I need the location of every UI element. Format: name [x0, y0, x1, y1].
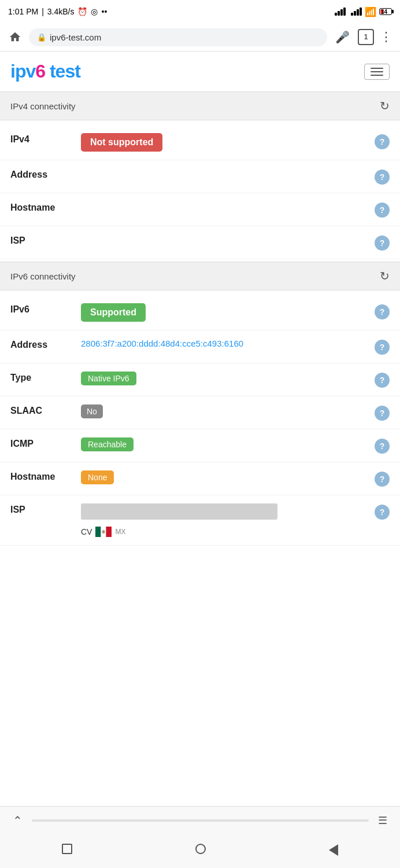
- ipv6-hostname-value: None: [81, 470, 368, 484]
- ipv6-type-row: Type Native IPv6 ?: [0, 363, 400, 396]
- back-nav-button[interactable]: [317, 842, 350, 858]
- site-logo: ipv6 test: [10, 61, 80, 82]
- bar4: [343, 8, 346, 16]
- alarm-icon: ⏰: [77, 7, 87, 16]
- ipv4-isp-help-icon[interactable]: ?: [375, 236, 390, 251]
- ipv6-refresh-button[interactable]: ↻: [380, 269, 390, 283]
- ipv4-refresh-button[interactable]: ↻: [380, 99, 390, 113]
- back-triangle-icon: [329, 844, 338, 856]
- ipv6-icmp-value: Reachable: [81, 437, 368, 451]
- none-badge: None: [81, 470, 114, 484]
- not-supported-badge: Not supported: [81, 133, 162, 152]
- ipv4-section-header: IPv4 connectivity ↻: [0, 91, 400, 120]
- url-bar[interactable]: 🔒 ipv6-test.com: [29, 28, 327, 46]
- slaac-no-badge: No: [81, 404, 103, 418]
- dots-icon: ••: [101, 7, 107, 16]
- ipv4-value: Not supported: [81, 133, 368, 152]
- ipv6-help-icon[interactable]: ?: [375, 304, 390, 319]
- ipv6-label: IPv6: [10, 303, 74, 315]
- ipv6-status-row: IPv6 Supported ?: [0, 295, 400, 330]
- ipv6-isp-value: CV MX: [81, 503, 368, 537]
- isp-flag-row: CV MX: [81, 527, 125, 537]
- ipv6-section-header: IPv6 connectivity ↻: [0, 262, 400, 290]
- ipv4-hostname-help-icon[interactable]: ?: [375, 203, 390, 218]
- ipv6-address-text: 2806:3f7:a200:dddd:48d4:cce5:c493:6160: [81, 339, 243, 348]
- ipv6-hostname-help-icon[interactable]: ?: [375, 472, 390, 487]
- status-bar: 1:01 PM | 3.4kB/s ⏰ ◎ •• 📶 14: [0, 0, 400, 23]
- ipv4-info-section: IPv4 Not supported ? Address ? Hostname …: [0, 120, 400, 262]
- network-speed-text: 3.4kB/s: [47, 7, 75, 16]
- time-text: 1:01 PM: [8, 7, 38, 16]
- ipv6-slaac-help-icon[interactable]: ?: [375, 406, 390, 421]
- ipv6-section-title: IPv6 connectivity: [10, 271, 76, 281]
- tab-count: 1: [364, 33, 368, 41]
- ipv6-info-section: IPv6 Supported ? Address 2806:3f7:a200:d…: [0, 290, 400, 548]
- site-header: ipv6 test: [0, 52, 400, 91]
- whatsapp-icon: ◎: [91, 7, 98, 16]
- ipv6-isp-help-icon[interactable]: ?: [375, 505, 390, 520]
- url-text: ipv6-test.com: [50, 32, 101, 42]
- hamburger-menu-button[interactable]: [364, 64, 390, 80]
- ipv6-type-value: Native IPv6: [81, 372, 368, 385]
- ipv6-slaac-label: SLAAC: [10, 404, 74, 416]
- home-button[interactable]: [7, 29, 23, 45]
- ham-line-2: [371, 71, 383, 72]
- ipv6-type-help-icon[interactable]: ?: [375, 373, 390, 388]
- square-icon: [62, 844, 72, 854]
- ipv6-address-value: 2806:3f7:a200:dddd:48d4:cce5:c493:6160: [81, 339, 368, 348]
- ipv6-hostname-row: Hostname None ?: [0, 462, 400, 495]
- ipv6-address-row: Address 2806:3f7:a200:dddd:48d4:cce5:c49…: [0, 330, 400, 363]
- recent-apps-button[interactable]: [50, 840, 84, 860]
- ipv4-isp-label: ISP: [10, 234, 74, 246]
- circle-icon: [195, 844, 206, 854]
- ipv4-hostname-label: Hostname: [10, 201, 74, 213]
- bottom-bar: ⌃ ☰: [0, 806, 400, 868]
- ipv4-address-help-icon[interactable]: ?: [375, 170, 390, 185]
- country-label: MX: [115, 528, 125, 536]
- bar8: [360, 8, 362, 16]
- bottom-spacer: [0, 548, 400, 606]
- browser-menu-button[interactable]: ⋮: [380, 30, 393, 45]
- ipv4-hostname-row: Hostname ?: [0, 193, 400, 226]
- scroll-up-button[interactable]: ⌃: [8, 811, 27, 830]
- bar5: [351, 13, 353, 16]
- ipv6-slaac-value: No: [81, 404, 368, 418]
- battery-text: 14: [381, 9, 387, 15]
- tab-switcher-button[interactable]: 1: [358, 29, 374, 45]
- ham-line-3: [371, 75, 383, 76]
- ipv6-icmp-label: ICMP: [10, 437, 74, 449]
- wifi-icon: 📶: [365, 6, 376, 17]
- browser-chrome: 🔒 ipv6-test.com 🎤 1 ⋮: [0, 23, 400, 52]
- ipv6-isp-label: ISP: [10, 503, 74, 515]
- mexico-flag-icon: [95, 527, 112, 537]
- home-nav-button[interactable]: [184, 840, 217, 860]
- ipv6-address-label: Address: [10, 339, 74, 350]
- list-view-button[interactable]: ☰: [373, 812, 392, 829]
- browser-bottom-controls: ⌃ ☰: [0, 807, 400, 834]
- signal-bars-1: [335, 8, 346, 16]
- battery-tip: [392, 10, 394, 13]
- ipv6-icmp-row: ICMP Reachable ?: [0, 429, 400, 462]
- ham-line-1: [371, 68, 383, 69]
- ipv6-isp-row: ISP CV MX ?: [0, 495, 400, 546]
- ipv6-address-help-icon[interactable]: ?: [375, 340, 390, 355]
- ipv6-icmp-help-icon[interactable]: ?: [375, 439, 390, 454]
- status-left: 1:01 PM | 3.4kB/s ⏰ ◎ ••: [8, 7, 107, 16]
- ipv4-isp-row: ISP ?: [0, 226, 400, 259]
- ipv6-type-label: Type: [10, 372, 74, 383]
- bar6: [354, 11, 356, 16]
- scroll-progress-bar: [32, 819, 369, 822]
- network-speed: |: [42, 7, 44, 16]
- ipv4-address-row: Address ?: [0, 160, 400, 193]
- logo-6: 6: [35, 61, 45, 82]
- microphone-button[interactable]: 🎤: [333, 28, 352, 46]
- svg-point-3: [102, 530, 105, 534]
- reachable-badge: Reachable: [81, 437, 134, 451]
- ipv6-value: Supported: [81, 303, 368, 322]
- bar3: [340, 9, 343, 16]
- bar2: [338, 11, 340, 16]
- ipv4-help-icon[interactable]: ?: [375, 134, 390, 149]
- native-ipv6-badge: Native IPv6: [81, 372, 136, 385]
- ipv6-slaac-row: SLAAC No ?: [0, 396, 400, 429]
- status-right: 📶 14: [335, 6, 392, 17]
